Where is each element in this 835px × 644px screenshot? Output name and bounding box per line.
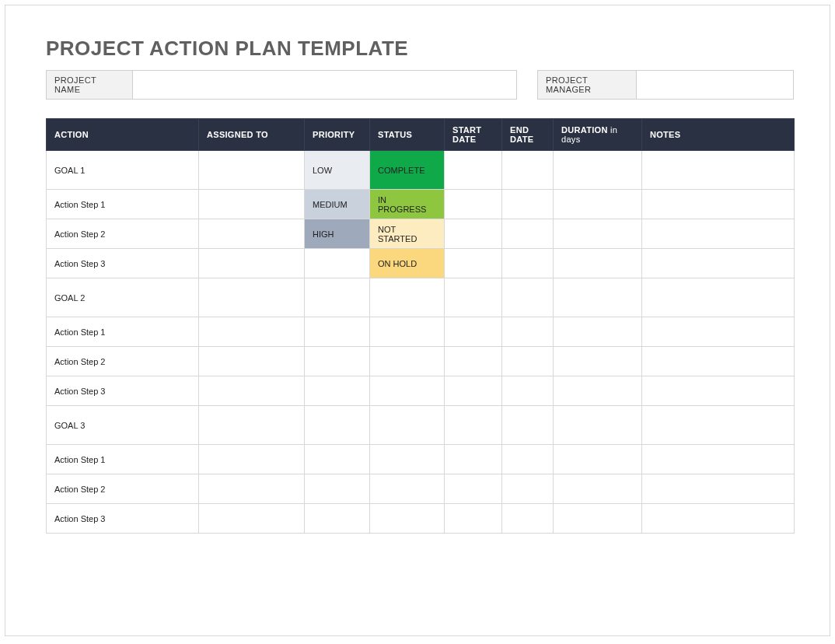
cell-notes[interactable]: [642, 317, 795, 347]
cell-status[interactable]: NOT STARTED: [370, 219, 445, 249]
cell-duration[interactable]: [554, 474, 642, 504]
cell-priority[interactable]: [305, 347, 370, 376]
cell-start[interactable]: [445, 376, 502, 406]
cell-status[interactable]: IN PROGRESS: [370, 190, 445, 219]
cell-action[interactable]: GOAL 2: [47, 278, 199, 317]
cell-end[interactable]: [502, 474, 554, 504]
cell-notes[interactable]: [642, 504, 795, 534]
cell-priority[interactable]: [305, 249, 370, 278]
cell-start[interactable]: [445, 151, 502, 190]
cell-start[interactable]: [445, 474, 502, 504]
cell-assigned[interactable]: [199, 347, 305, 376]
cell-action[interactable]: Action Step 2: [47, 474, 199, 504]
cell-notes[interactable]: [642, 376, 795, 406]
cell-action[interactable]: Action Step 3: [47, 504, 199, 534]
project-name-field[interactable]: [133, 70, 517, 100]
cell-assigned[interactable]: [199, 376, 305, 406]
cell-status[interactable]: ON HOLD: [370, 249, 445, 278]
cell-assigned[interactable]: [199, 317, 305, 347]
cell-end[interactable]: [502, 219, 554, 249]
cell-assigned[interactable]: [199, 504, 305, 534]
cell-action[interactable]: Action Step 1: [47, 190, 199, 219]
cell-end[interactable]: [502, 317, 554, 347]
cell-start[interactable]: [445, 347, 502, 376]
col-end: END DATE: [502, 119, 554, 151]
cell-priority[interactable]: [305, 317, 370, 347]
cell-status[interactable]: [370, 474, 445, 504]
cell-end[interactable]: [502, 504, 554, 534]
cell-end[interactable]: [502, 151, 554, 190]
cell-priority[interactable]: HIGH: [305, 219, 370, 249]
cell-start[interactable]: [445, 249, 502, 278]
cell-end[interactable]: [502, 249, 554, 278]
cell-notes[interactable]: [642, 278, 795, 317]
project-manager-field[interactable]: [637, 70, 794, 100]
cell-notes[interactable]: [642, 406, 795, 445]
cell-end[interactable]: [502, 190, 554, 219]
cell-notes[interactable]: [642, 249, 795, 278]
cell-notes[interactable]: [642, 190, 795, 219]
cell-duration[interactable]: [554, 317, 642, 347]
cell-assigned[interactable]: [199, 406, 305, 445]
cell-priority[interactable]: [305, 504, 370, 534]
cell-action[interactable]: Action Step 1: [47, 317, 199, 347]
cell-status[interactable]: [370, 347, 445, 376]
cell-action[interactable]: GOAL 3: [47, 406, 199, 445]
cell-end[interactable]: [502, 376, 554, 406]
cell-priority[interactable]: [305, 406, 370, 445]
cell-start[interactable]: [445, 445, 502, 474]
cell-start[interactable]: [445, 406, 502, 445]
cell-assigned[interactable]: [199, 249, 305, 278]
cell-start[interactable]: [445, 190, 502, 219]
cell-duration[interactable]: [554, 249, 642, 278]
cell-duration[interactable]: [554, 376, 642, 406]
cell-end[interactable]: [502, 278, 554, 317]
cell-duration[interactable]: [554, 445, 642, 474]
cell-notes[interactable]: [642, 347, 795, 376]
cell-status[interactable]: COMPLETE: [370, 151, 445, 190]
cell-status[interactable]: [370, 504, 445, 534]
cell-notes[interactable]: [642, 151, 795, 190]
cell-start[interactable]: [445, 278, 502, 317]
cell-end[interactable]: [502, 347, 554, 376]
cell-action[interactable]: Action Step 2: [47, 347, 199, 376]
meta-row: PROJECT NAME PROJECT MANAGER: [46, 70, 794, 100]
cell-duration[interactable]: [554, 406, 642, 445]
cell-start[interactable]: [445, 317, 502, 347]
cell-status[interactable]: [370, 445, 445, 474]
cell-action[interactable]: Action Step 2: [47, 219, 199, 249]
cell-assigned[interactable]: [199, 219, 305, 249]
cell-duration[interactable]: [554, 347, 642, 376]
cell-status[interactable]: [370, 376, 445, 406]
cell-duration[interactable]: [554, 190, 642, 219]
cell-assigned[interactable]: [199, 474, 305, 504]
cell-action[interactable]: Action Step 1: [47, 445, 199, 474]
cell-action[interactable]: Action Step 3: [47, 376, 199, 406]
cell-action[interactable]: Action Step 3: [47, 249, 199, 278]
cell-priority[interactable]: [305, 474, 370, 504]
cell-assigned[interactable]: [199, 190, 305, 219]
cell-notes[interactable]: [642, 474, 795, 504]
cell-end[interactable]: [502, 406, 554, 445]
cell-assigned[interactable]: [199, 278, 305, 317]
cell-end[interactable]: [502, 445, 554, 474]
cell-assigned[interactable]: [199, 445, 305, 474]
cell-duration[interactable]: [554, 151, 642, 190]
cell-priority[interactable]: [305, 376, 370, 406]
cell-start[interactable]: [445, 504, 502, 534]
cell-notes[interactable]: [642, 219, 795, 249]
cell-status[interactable]: [370, 278, 445, 317]
cell-start[interactable]: [445, 219, 502, 249]
cell-duration[interactable]: [554, 219, 642, 249]
cell-priority[interactable]: [305, 445, 370, 474]
cell-notes[interactable]: [642, 445, 795, 474]
cell-status[interactable]: [370, 317, 445, 347]
cell-duration[interactable]: [554, 504, 642, 534]
cell-priority[interactable]: MEDIUM: [305, 190, 370, 219]
cell-action[interactable]: GOAL 1: [47, 151, 199, 190]
cell-priority[interactable]: LOW: [305, 151, 370, 190]
cell-priority[interactable]: [305, 278, 370, 317]
cell-status[interactable]: [370, 406, 445, 445]
cell-duration[interactable]: [554, 278, 642, 317]
cell-assigned[interactable]: [199, 151, 305, 190]
